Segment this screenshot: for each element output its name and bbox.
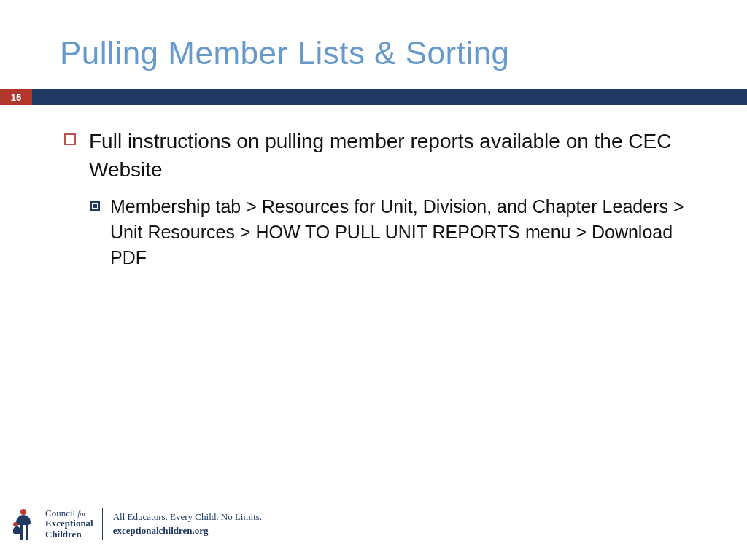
bullet-icon — [90, 201, 100, 211]
page-number: 15 — [0, 89, 32, 105]
header-bar — [32, 89, 747, 105]
bullet-text: Membership tab > Resources for Unit, Div… — [110, 194, 703, 271]
tagline: All Educators. Every Child. No Limits. e… — [113, 510, 262, 537]
org-name: Council for Exceptional Children — [45, 508, 103, 540]
bullet-text: Full instructions on pulling member repo… — [89, 127, 703, 184]
header-band: 15 — [0, 89, 747, 105]
bullet-level1: Full instructions on pulling member repo… — [64, 127, 703, 184]
slide-title: Pulling Member Lists & Sorting — [0, 0, 747, 89]
content-area: Full instructions on pulling member repo… — [0, 105, 747, 271]
footer: Council for Exceptional Children All Edu… — [13, 508, 262, 540]
cec-logo-icon — [13, 509, 35, 540]
bullet-icon — [64, 133, 76, 145]
bullet-level2: Membership tab > Resources for Unit, Div… — [90, 194, 703, 271]
